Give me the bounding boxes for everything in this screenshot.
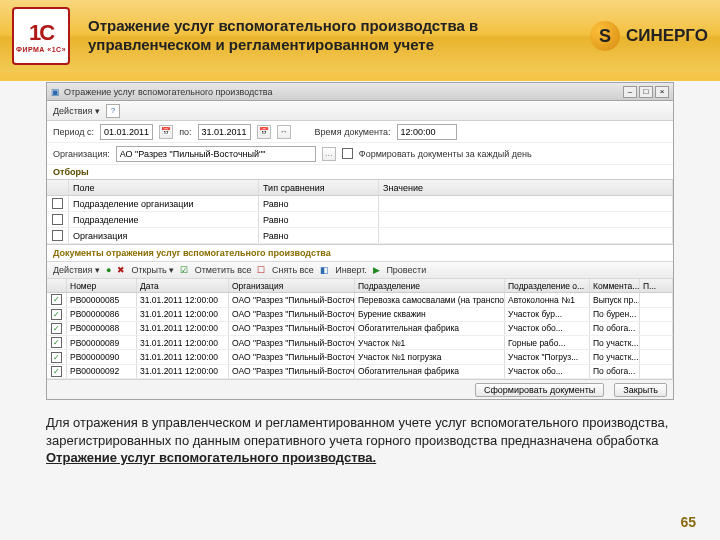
col-dept[interactable]: Подразделение (355, 279, 505, 292)
docs-actions-menu[interactable]: Действия ▾ (53, 265, 100, 275)
filters-section-title: Отборы (47, 165, 673, 179)
row-check[interactable]: ✓ (51, 366, 62, 377)
row-check[interactable]: ✓ (51, 337, 62, 348)
filter-row[interactable]: Подразделение Равно (47, 212, 673, 228)
row-check[interactable]: ✓ (51, 323, 62, 334)
table-row[interactable]: ✓ РВ00000085 31.01.2011 12:00:00 ОАО "Ра… (47, 293, 673, 307)
period-to-label: по: (179, 127, 191, 137)
filter-row[interactable]: Организация Равно (47, 228, 673, 244)
filters-col-field[interactable]: Поле (69, 180, 259, 195)
table-row[interactable]: ✓ РВ00000089 31.01.2011 12:00:00 ОАО "Ра… (47, 336, 673, 350)
col-check[interactable] (47, 279, 67, 292)
col-dept-org[interactable]: Подразделение о... (505, 279, 590, 292)
filter-check[interactable] (52, 198, 63, 209)
period-to-picker-icon[interactable]: 📅 (257, 125, 271, 139)
page-number: 65 (680, 514, 696, 530)
add-icon[interactable]: ● (106, 265, 111, 275)
docs-section-title: Документы отражения услуг вспомогательно… (47, 245, 673, 261)
filter-row[interactable]: Подразделение организации Равно (47, 196, 673, 212)
window-footer: Сформировать документы Закрыть (47, 379, 673, 399)
delete-icon[interactable]: ✖ (117, 265, 125, 275)
close-window-button[interactable]: Закрыть (614, 383, 667, 397)
docs-toolbar: Действия ▾ ● ✖ Открыть ▾ ☑ Отметить все … (47, 261, 673, 279)
col-date[interactable]: Дата (137, 279, 229, 292)
minimize-button[interactable]: – (623, 86, 637, 98)
period-label: Период с: (53, 127, 94, 137)
filters-col-compare[interactable]: Тип сравнения (259, 180, 379, 195)
form-each-day-label: Формировать документы за каждый день (359, 149, 532, 159)
table-row[interactable]: ✓ РВ00000088 31.01.2011 12:00:00 ОАО "Ра… (47, 322, 673, 336)
filters-col-check (47, 180, 69, 195)
period-from-input[interactable]: 01.01.2011 (100, 124, 153, 140)
slide-body-text: Для отражения в управленческом и регламе… (46, 414, 674, 467)
help-icon[interactable]: ? (106, 104, 120, 118)
table-row[interactable]: ✓ РВ00000090 31.01.2011 12:00:00 ОАО "Ра… (47, 350, 673, 364)
col-extra[interactable]: П... (640, 279, 673, 292)
window-title: Отражение услуг вспомогательного произво… (64, 87, 619, 97)
actions-toolbar: Действия ▾ ? (47, 101, 673, 121)
table-row[interactable]: ✓ РВ00000092 31.01.2011 12:00:00 ОАО "Ра… (47, 365, 673, 379)
maximize-button[interactable]: □ (639, 86, 653, 98)
open-menu[interactable]: Открыть ▾ (131, 265, 174, 275)
form-documents-button[interactable]: Сформировать документы (475, 383, 604, 397)
sinergo-icon: S (590, 21, 620, 51)
time-input[interactable]: 12:00:00 (397, 124, 457, 140)
logo-sinergo: S СИНЕРГО (590, 21, 708, 51)
docs-grid: Номер Дата Организация Подразделение Под… (47, 279, 673, 379)
org-input[interactable]: АО "Разрез "Пильный-Восточный"" (116, 146, 316, 162)
row-check[interactable]: ✓ (51, 352, 62, 363)
org-label: Организация: (53, 149, 110, 159)
invert-button[interactable]: ◧ Инверт. (320, 265, 367, 275)
form-each-day-checkbox[interactable] (342, 148, 353, 159)
period-from-picker-icon[interactable]: 📅 (159, 125, 173, 139)
row-check[interactable]: ✓ (51, 309, 62, 320)
period-row: Период с: 01.01.2011 📅 по: 31.01.2011 📅 … (47, 121, 673, 143)
time-label: Время документа: (315, 127, 391, 137)
filters-grid: Поле Тип сравнения Значение Подразделени… (47, 179, 673, 245)
org-select-icon[interactable]: … (322, 147, 336, 161)
row-check[interactable]: ✓ (51, 294, 62, 305)
org-row: Организация: АО "Разрез "Пильный-Восточн… (47, 143, 673, 165)
filters-header: Поле Тип сравнения Значение (47, 180, 673, 196)
filters-col-value[interactable]: Значение (379, 180, 673, 195)
filter-check[interactable] (52, 214, 63, 225)
col-org[interactable]: Организация (229, 279, 355, 292)
close-button[interactable]: × (655, 86, 669, 98)
slide-header: 1С ФИРМА «1С» Отражение услуг вспомогате… (0, 0, 720, 72)
window-icon: ▣ (51, 87, 60, 97)
docs-header-row: Номер Дата Организация Подразделение Под… (47, 279, 673, 293)
window-titlebar: ▣ Отражение услуг вспомогательного произ… (47, 83, 673, 101)
slide-title: Отражение услуг вспомогательного произво… (82, 17, 578, 55)
period-select-icon[interactable]: ↔ (277, 125, 291, 139)
bold-term: Отражение услуг вспомогательного произво… (46, 450, 376, 465)
post-button[interactable]: ▶ Провести (373, 265, 426, 275)
app-window: ▣ Отражение услуг вспомогательного произ… (46, 82, 674, 400)
col-number[interactable]: Номер (67, 279, 137, 292)
table-row[interactable]: ✓ РВ00000086 31.01.2011 12:00:00 ОАО "Ра… (47, 308, 673, 322)
actions-menu[interactable]: Действия ▾ (53, 106, 100, 116)
mark-all-button[interactable]: ☑ Отметить все (180, 265, 251, 275)
unmark-all-button[interactable]: ☐ Снять все (257, 265, 313, 275)
filter-check[interactable] (52, 230, 63, 241)
logo-1c: 1С ФИРМА «1С» (12, 7, 70, 65)
col-comment[interactable]: Коммента... (590, 279, 640, 292)
period-to-input[interactable]: 31.01.2011 (198, 124, 251, 140)
